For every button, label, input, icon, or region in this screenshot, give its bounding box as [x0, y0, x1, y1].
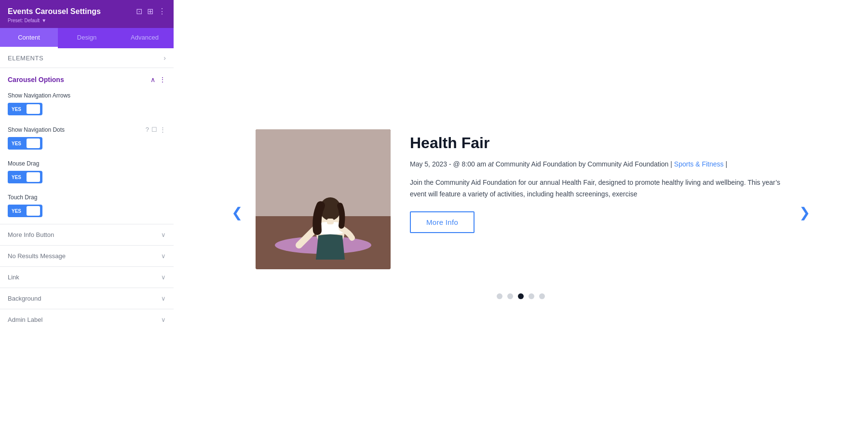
event-description: Join the Community Aid Foundation for ou… — [410, 177, 786, 200]
dot-3[interactable] — [518, 293, 524, 299]
carousel-next-button[interactable]: ❯ — [799, 205, 810, 221]
link-chevron-icon: ∨ — [161, 274, 166, 281]
dot-5[interactable] — [539, 293, 545, 299]
mouse-drag-row: Mouse Drag YES — [0, 156, 174, 190]
layout-icon[interactable]: ⊞ — [147, 7, 153, 16]
event-title: Health Fair — [410, 134, 786, 152]
help-icon[interactable]: ? — [146, 126, 149, 133]
touch-drag-toggle[interactable]: YES — [8, 205, 42, 217]
tab-advanced[interactable]: Advanced — [116, 28, 174, 48]
toggle-yes-label: YES — [8, 137, 25, 150]
more-info-button-section[interactable]: More Info Button ∨ — [0, 224, 174, 245]
link-label: Link — [8, 274, 19, 281]
background-chevron-icon: ∨ — [161, 295, 166, 302]
toggle-handle — [27, 138, 40, 148]
dot-4[interactable] — [529, 293, 534, 299]
sidebar-header: Events Carousel Settings ⊡ ⊞ ⋮ Preset: D… — [0, 0, 174, 28]
carousel-container: ❮ — [256, 129, 786, 299]
event-at: at — [488, 160, 494, 168]
dot-2[interactable] — [507, 293, 513, 299]
sidebar-tabs: Content Design Advanced — [0, 28, 174, 48]
carousel-more-icon[interactable]: ⋮ — [159, 76, 166, 83]
dot-1[interactable] — [497, 293, 502, 299]
event-date: May 5, 2023 - @ 8:00 am — [410, 160, 486, 168]
device-icon[interactable]: ☐ — [151, 126, 157, 133]
responsive-icon[interactable]: ⊡ — [136, 7, 142, 16]
elements-chevron-icon: › — [163, 54, 166, 62]
more-info-button[interactable]: More Info — [410, 211, 475, 233]
show-nav-arrows-label: Show Navigation Arrows — [8, 92, 166, 99]
event-meta: May 5, 2023 - @ 8:00 am at Community Aid… — [410, 159, 786, 169]
sidebar-title: Events Carousel Settings — [8, 7, 101, 16]
preset-chevron-icon: ▼ — [41, 18, 46, 23]
carousel-prev-button[interactable]: ❮ — [231, 205, 243, 221]
carousel-card: Health Fair May 5, 2023 - @ 8:00 am at C… — [256, 129, 786, 269]
event-location: Community Aid Foundation by Community Ai… — [496, 160, 669, 168]
no-results-chevron-icon: ∨ — [161, 252, 166, 260]
collapse-icon[interactable]: ∧ — [150, 76, 155, 83]
main-content: ❮ — [174, 0, 868, 428]
tab-design[interactable]: Design — [58, 28, 116, 48]
svg-rect-6 — [327, 219, 334, 224]
mouse-drag-label: Mouse Drag — [8, 160, 166, 167]
toggle-handle — [27, 104, 40, 114]
admin-label-label: Admin Label — [8, 316, 42, 323]
mouse-drag-toggle[interactable]: YES — [8, 171, 42, 183]
more-info-button-chevron-icon: ∨ — [161, 231, 166, 238]
admin-label-chevron-icon: ∨ — [161, 316, 166, 323]
elements-bar[interactable]: Elements › — [0, 48, 174, 68]
carousel-options-icons: ∧ ⋮ — [150, 76, 166, 83]
toggle-yes-label: YES — [8, 171, 25, 183]
carousel-options-title: Carousel Options — [8, 76, 64, 83]
sidebar-preset[interactable]: Preset: Default ▼ — [8, 18, 166, 23]
toggle-yes-label: YES — [8, 103, 25, 115]
no-results-message-label: No Results Message — [8, 252, 66, 260]
toggle-yes-label: YES — [8, 205, 25, 217]
dots-more-icon[interactable]: ⋮ — [160, 126, 166, 133]
admin-label-section[interactable]: Admin Label ∨ — [0, 309, 174, 330]
show-nav-dots-toggle[interactable]: YES — [8, 137, 42, 150]
more-options-icon[interactable]: ⋮ — [158, 7, 166, 16]
show-nav-arrows-toggle[interactable]: YES — [8, 103, 42, 115]
touch-drag-label: Touch Drag — [8, 194, 166, 201]
carousel-dots — [256, 293, 786, 299]
no-results-message-section[interactable]: No Results Message ∨ — [0, 245, 174, 266]
event-category-link[interactable]: Sports & Fitness — [674, 160, 724, 168]
link-section[interactable]: Link ∨ — [0, 266, 174, 288]
show-nav-arrows-row: Show Navigation Arrows YES — [0, 88, 174, 122]
show-nav-dots-label: Show Navigation Dots ? ☐ ⋮ — [8, 126, 166, 133]
carousel-options-header: Carousel Options ∧ ⋮ — [0, 68, 174, 88]
sidebar-body: Elements › Carousel Options ∧ ⋮ Show Nav… — [0, 48, 174, 428]
event-details: Health Fair May 5, 2023 - @ 8:00 am at C… — [410, 129, 786, 234]
toggle-handle — [27, 172, 40, 182]
toggle-handle — [27, 206, 40, 216]
sidebar: Events Carousel Settings ⊡ ⊞ ⋮ Preset: D… — [0, 0, 174, 428]
touch-drag-row: Touch Drag YES — [0, 190, 174, 224]
background-section[interactable]: Background ∨ — [0, 288, 174, 309]
tab-content[interactable]: Content — [0, 28, 58, 48]
show-nav-dots-row: Show Navigation Dots ? ☐ ⋮ YES — [0, 122, 174, 156]
sidebar-header-icons: ⊡ ⊞ ⋮ — [136, 7, 166, 16]
background-label: Background — [8, 295, 41, 302]
more-info-button-label: More Info Button — [8, 231, 54, 238]
event-image — [256, 129, 391, 269]
elements-label: Elements — [8, 55, 43, 62]
